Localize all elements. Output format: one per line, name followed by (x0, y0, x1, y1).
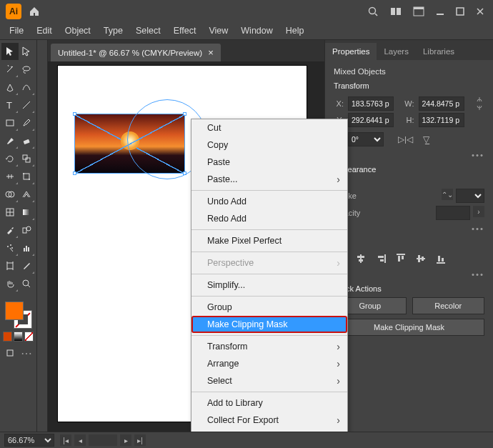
qa-make-clipping-mask-button[interactable]: Make Clipping Mask (334, 319, 484, 336)
tool-eraser[interactable] (19, 132, 36, 149)
tool-shaper[interactable] (1, 132, 19, 149)
align-hcenter-icon[interactable] (354, 252, 368, 266)
align-top-icon[interactable] (394, 252, 408, 266)
home-icon[interactable] (29, 6, 40, 17)
tool-graph[interactable] (19, 239, 36, 257)
selection-handle[interactable] (73, 171, 76, 175)
mini-swatch-gradient[interactable] (14, 332, 23, 342)
transform-y-input[interactable] (348, 113, 394, 127)
artboard-next-icon[interactable]: ▸ (120, 434, 131, 446)
panel-tab-layers[interactable]: Layers (377, 43, 416, 60)
panel-tab-properties[interactable]: Properties (325, 43, 377, 60)
context-menu-item-paste[interactable]: Paste (191, 154, 347, 171)
menu-window[interactable]: Window (234, 24, 279, 38)
draw-mode-normal[interactable] (3, 344, 18, 362)
align-more-icon[interactable]: ••• (334, 270, 484, 279)
flip-vertical-icon[interactable]: ▽̲ (423, 134, 429, 144)
panel-dock-left[interactable] (37, 40, 48, 432)
opacity-dropdown-icon[interactable]: › (473, 206, 484, 217)
context-menu-item-undo-add[interactable]: Undo Add (191, 193, 347, 210)
close-button[interactable] (476, 7, 484, 16)
context-menu-item-select[interactable]: Select (191, 372, 347, 389)
artboard-last-icon[interactable]: ▸| (134, 434, 146, 446)
tool-type[interactable]: T (1, 96, 19, 114)
tool-shape-builder[interactable] (1, 186, 19, 203)
context-menu-item-collect-for-export[interactable]: Collect For Export (191, 412, 347, 429)
menu-file[interactable]: File (3, 24, 30, 38)
tool-pen[interactable] (1, 79, 19, 96)
context-menu-item-group[interactable]: Group (191, 299, 347, 316)
tool-artboard[interactable] (1, 257, 19, 274)
fill-swatch[interactable] (5, 302, 24, 320)
panel-tab-libraries[interactable]: Libraries (416, 43, 462, 60)
opacity-input[interactable] (436, 206, 470, 220)
tool-perspective-grid[interactable] (19, 186, 36, 203)
mini-swatch-none[interactable] (24, 332, 34, 342)
minimize-button[interactable] (436, 7, 444, 16)
tool-free-transform[interactable] (19, 168, 36, 185)
tool-rectangle[interactable] (1, 114, 19, 131)
menu-object[interactable]: Object (59, 24, 97, 38)
tool-line[interactable] (19, 96, 36, 114)
transform-more-icon[interactable]: ••• (334, 151, 484, 159)
context-menu-item-copy[interactable]: Copy (191, 136, 347, 154)
link-wh-icon[interactable] (474, 94, 484, 113)
stroke-weight-select[interactable] (456, 189, 484, 203)
artboard-number[interactable] (89, 434, 117, 446)
menu-view[interactable]: View (202, 24, 234, 38)
context-menu-item-paste[interactable]: Paste... (191, 171, 347, 188)
context-menu-item-transform[interactable]: Transform (191, 338, 347, 355)
context-menu-item-cut[interactable]: Cut (191, 119, 347, 136)
transform-x-input[interactable] (348, 96, 394, 111)
menu-effect[interactable]: Effect (167, 24, 203, 38)
zoom-select[interactable]: 66.67% (4, 434, 54, 447)
align-vcenter-icon[interactable] (414, 252, 428, 266)
menu-type[interactable]: Type (97, 24, 129, 38)
tool-curvature[interactable] (19, 79, 36, 96)
tool-rotate[interactable] (1, 150, 19, 167)
flip-horizontal-icon[interactable]: ▷|◁ (398, 134, 413, 144)
tool-mesh[interactable] (1, 204, 19, 221)
menu-edit[interactable]: Edit (30, 24, 59, 38)
mini-swatch-color[interactable] (3, 332, 12, 342)
document-tab[interactable]: Untitled-1* @ 66.67 % (CMYK/Preview) × (51, 44, 221, 61)
transform-w-input[interactable] (419, 96, 464, 111)
menu-select[interactable]: Select (129, 24, 167, 38)
context-menu-item-add-to-library[interactable]: Add to Library (191, 394, 347, 412)
tool-direct-selection[interactable] (19, 43, 36, 60)
edit-toolbar-icon[interactable]: ⋯ (19, 344, 34, 362)
document-tab-close-icon[interactable]: × (208, 47, 214, 58)
maximize-button[interactable] (456, 7, 464, 16)
context-menu-item-simplify[interactable]: Simplify... (191, 277, 347, 294)
appearance-more-icon[interactable]: ••• (334, 224, 484, 233)
tool-blend[interactable] (19, 221, 36, 239)
transform-h-input[interactable] (419, 113, 464, 127)
rotate-select[interactable]: 0° (348, 132, 384, 146)
selection-handle[interactable] (73, 112, 76, 116)
tool-magic-wand[interactable] (1, 61, 19, 78)
tool-width[interactable] (1, 168, 19, 185)
tool-zoom[interactable] (19, 275, 36, 292)
context-menu-item-make-clipping-mask[interactable]: Make Clipping Mask (191, 316, 347, 333)
artboard-first-icon[interactable]: |◂ (60, 434, 71, 446)
align-bottom-icon[interactable] (434, 252, 448, 266)
tool-symbol-sprayer[interactable] (1, 239, 19, 257)
artboard-prev-icon[interactable]: ◂ (74, 434, 86, 446)
qa-recolor-button[interactable]: Recolor (412, 297, 485, 314)
tool-hand[interactable] (1, 275, 19, 292)
context-menu-item-arrange[interactable]: Arrange (191, 355, 347, 372)
align-right-icon[interactable] (374, 252, 388, 266)
menu-help[interactable]: Help (279, 24, 311, 38)
arrange-icon[interactable] (390, 6, 402, 16)
workspace-icon[interactable] (413, 6, 424, 16)
tool-scale[interactable] (19, 150, 36, 167)
tool-selection[interactable] (1, 43, 19, 60)
tool-lasso[interactable] (19, 61, 36, 78)
tool-gradient[interactable] (19, 204, 36, 221)
tool-eyedropper[interactable] (1, 221, 19, 239)
context-menu-item-make-pixel-perfect[interactable]: Make Pixel Perfect (191, 232, 347, 249)
context-menu-item-redo-add[interactable]: Redo Add (191, 210, 347, 227)
tool-slice[interactable] (19, 257, 36, 274)
search-icon[interactable] (367, 6, 379, 17)
tool-paintbrush[interactable] (19, 114, 36, 131)
